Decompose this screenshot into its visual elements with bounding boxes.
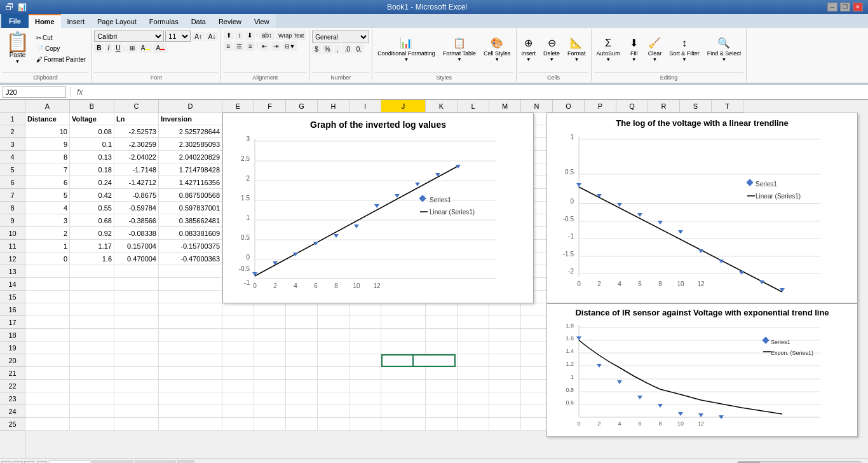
col-header-f[interactable]: F — [254, 100, 286, 113]
cell-row19[interactable] — [254, 342, 286, 354]
cell-row16[interactable] — [349, 303, 381, 316]
cell-b11[interactable]: 1.17 — [70, 240, 114, 252]
cell-b3[interactable]: 0.1 — [70, 138, 114, 151]
col-header-g[interactable]: G — [286, 100, 318, 113]
cell-row23[interactable] — [114, 392, 159, 405]
cell-d7[interactable]: 0.867500568 — [159, 189, 222, 202]
cell-row21[interactable] — [489, 367, 521, 380]
cell-row23[interactable] — [426, 392, 458, 405]
cell-row20[interactable] — [318, 354, 349, 367]
tab-file[interactable]: File — [1, 14, 29, 28]
cell-row22[interactable] — [159, 380, 222, 392]
cell-row23[interactable] — [70, 392, 114, 405]
sheet-nav-first[interactable]: ◀◀ — [1, 461, 11, 464]
row-header-8[interactable]: 8 — [0, 202, 25, 214]
cell-c5[interactable]: -1.7148 — [114, 163, 159, 176]
cell-row17[interactable] — [381, 316, 426, 329]
cell-row21[interactable] — [318, 367, 349, 380]
cell-b5[interactable]: 0.18 — [70, 163, 114, 176]
col-header-h[interactable]: H — [318, 100, 349, 113]
cell-row25[interactable] — [25, 418, 70, 431]
cell-row15[interactable] — [70, 291, 114, 303]
col-header-d[interactable]: D — [159, 100, 222, 113]
cell-row24[interactable] — [318, 405, 349, 418]
horizontal-scrollbar[interactable] — [736, 461, 863, 464]
selected-cell-j20[interactable] — [412, 354, 456, 367]
cell-row20[interactable] — [25, 354, 70, 367]
cell-row24[interactable] — [381, 405, 426, 418]
cell-row21[interactable] — [381, 367, 426, 380]
cell-row21[interactable] — [114, 367, 159, 380]
decrease-indent-button[interactable]: ⇤ — [259, 41, 269, 51]
cell-row19[interactable] — [114, 342, 159, 354]
cell-row17[interactable] — [70, 316, 114, 329]
cell-row18[interactable] — [349, 329, 381, 342]
cell-row18[interactable] — [318, 329, 349, 342]
cell-row16[interactable] — [25, 303, 70, 316]
cell-d3[interactable]: 2.302585093 — [159, 138, 222, 151]
row-header-15[interactable]: 15 — [0, 291, 25, 303]
row-header-25[interactable]: 25 — [0, 418, 25, 431]
cell-row22[interactable] — [254, 380, 286, 392]
sheet-nav-next[interactable]: ▶ — [24, 461, 34, 464]
cell-row17[interactable] — [114, 316, 159, 329]
cell-row14[interactable] — [114, 278, 159, 291]
cell-row24[interactable] — [114, 405, 159, 418]
clear-button[interactable]: 🧹 Clear ▼ — [646, 31, 665, 69]
cell-row19[interactable] — [70, 342, 114, 354]
cell-a11[interactable]: 1 — [25, 240, 70, 252]
number-format-select[interactable]: General — [312, 31, 369, 43]
cell-row16[interactable] — [286, 303, 318, 316]
cell-a2[interactable]: 10 — [25, 125, 70, 138]
cell-row22[interactable] — [70, 380, 114, 392]
cell-row22[interactable] — [25, 380, 70, 392]
cell-row19[interactable] — [381, 342, 426, 354]
col-header-e[interactable]: E — [222, 100, 254, 113]
cell-row13[interactable] — [25, 265, 70, 278]
font-color-button[interactable]: A▬ — [153, 43, 167, 53]
cell-a10[interactable]: 2 — [25, 227, 70, 240]
col-header-t[interactable]: T — [712, 100, 743, 113]
cell-d5[interactable]: 1.714798428 — [159, 163, 222, 176]
cell-row23[interactable] — [254, 392, 286, 405]
cell-row23[interactable] — [222, 392, 254, 405]
cell-a7[interactable]: 5 — [25, 189, 70, 202]
cell-a3[interactable]: 9 — [25, 138, 70, 151]
cell-row20[interactable] — [159, 354, 222, 367]
cell-row13[interactable] — [114, 265, 159, 278]
cell-a6[interactable]: 6 — [25, 176, 70, 189]
cell-row16[interactable] — [458, 303, 489, 316]
cell-row16[interactable] — [159, 303, 222, 316]
tab-page-layout[interactable]: Page Layout — [91, 14, 143, 28]
cell-row22[interactable] — [114, 380, 159, 392]
cell-a8[interactable]: 4 — [25, 202, 70, 214]
cell-row18[interactable] — [286, 329, 318, 342]
increase-decimal-button[interactable]: .0 — [342, 45, 352, 54]
increase-font-button[interactable]: A↑ — [192, 32, 205, 41]
cell-row18[interactable] — [114, 329, 159, 342]
chart3[interactable]: Distance of IR sensor against Voltage wi… — [546, 303, 858, 437]
sheet-tab-sheet3[interactable]: Sheet3 — [135, 460, 176, 464]
cell-row24[interactable] — [70, 405, 114, 418]
cell-row25[interactable] — [159, 418, 222, 431]
cell-row20[interactable] — [286, 354, 318, 367]
align-top-button[interactable]: ⬆ — [224, 31, 234, 40]
cell-row24[interactable] — [222, 405, 254, 418]
row-header-18[interactable]: 18 — [0, 329, 25, 342]
format-button[interactable]: 📐 Format ▼ — [565, 31, 588, 69]
cell-d10[interactable]: 0.083381609 — [159, 227, 222, 240]
cell-row19[interactable] — [426, 342, 458, 354]
row-header-19[interactable]: 19 — [0, 342, 25, 354]
cell-row21[interactable] — [254, 367, 286, 380]
cell-row20[interactable] — [222, 354, 254, 367]
tab-review[interactable]: Review — [212, 14, 248, 28]
col-header-n[interactable]: N — [521, 100, 553, 113]
cell-d9[interactable]: 0.385662481 — [159, 214, 222, 227]
cell-row17[interactable] — [489, 316, 521, 329]
merge-center-button[interactable]: ⊟▼ — [282, 41, 298, 51]
cell-row22[interactable] — [426, 380, 458, 392]
cell-row25[interactable] — [458, 418, 489, 431]
cell-row16[interactable] — [70, 303, 114, 316]
cell-row20[interactable] — [349, 354, 381, 367]
cell-row25[interactable] — [489, 418, 521, 431]
